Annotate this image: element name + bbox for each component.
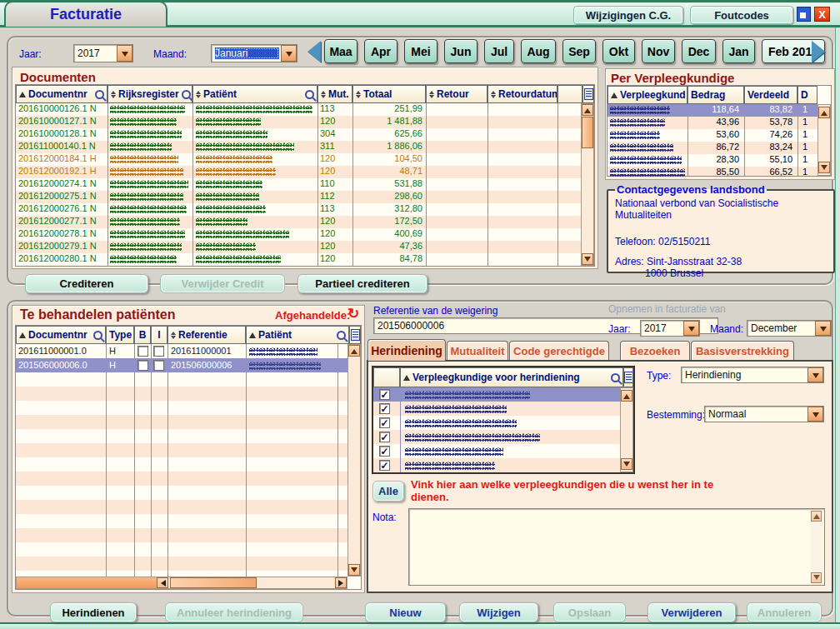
month-button-maa[interactable]: Maa (324, 39, 358, 63)
search-icon[interactable] (305, 90, 314, 99)
list-item[interactable] (373, 430, 620, 444)
scroll-down-icon[interactable] (818, 162, 830, 173)
table-row[interactable]: 201612000280.1 N12084,78 (16, 253, 581, 266)
verpleegkundige-checkbox[interactable] (379, 417, 390, 428)
dropdown-arrow-icon[interactable] (808, 367, 823, 382)
foutcodes-button[interactable]: Foutcodes (690, 6, 793, 24)
table-row[interactable]: 201612000276.1 N113312,80 (16, 203, 581, 216)
refresh-icon[interactable]: ↻ (348, 307, 359, 321)
col-header-rijksregister[interactable]: Rijksregister (108, 85, 192, 103)
month-button-dec[interactable]: Dec (682, 39, 716, 63)
list-item-selected[interactable] (373, 387, 620, 402)
dropdown-arrow-icon[interactable] (117, 45, 132, 62)
table-row-selected[interactable]: 201506000006.0 H 201506000006 (16, 358, 348, 372)
month-nav-prev-icon[interactable] (308, 41, 321, 62)
checkbox-i[interactable] (153, 346, 164, 357)
tab-code-gerechtigde[interactable]: Code gerechtigde (509, 341, 609, 361)
scroll-down-icon[interactable] (348, 564, 360, 576)
checkbox-b[interactable] (138, 346, 148, 357)
table-row[interactable]: 28,3055,101 (608, 154, 818, 167)
te-behandelen-vscrollbar[interactable] (348, 344, 361, 577)
te-behandelen-hscrollbar[interactable] (16, 577, 348, 589)
tab-basisverstrekking[interactable]: Basisverstrekking (691, 341, 794, 361)
maand-dropdown[interactable]: Januari (211, 44, 298, 62)
table-row[interactable]: 53,6074,261 (608, 129, 818, 142)
herindienen-button[interactable]: Herindienen (50, 602, 137, 622)
month-button-mei[interactable]: Mei (404, 39, 438, 63)
scroll-right-icon[interactable] (335, 577, 347, 588)
scroll-thumb[interactable] (582, 117, 593, 148)
col-header-d[interactable]: D (798, 86, 818, 104)
table-row[interactable]: 86,7283,241 (608, 142, 818, 154)
col-header-mut[interactable]: Mut. (318, 85, 352, 103)
checkbox-b[interactable] (138, 360, 148, 371)
list-item[interactable] (373, 458, 620, 472)
search-icon[interactable] (611, 373, 620, 382)
col-header-totaal[interactable]: Totaal (352, 85, 426, 103)
table-row[interactable]: 201612000192.1 H12048,71 (16, 166, 581, 178)
table-row[interactable]: 201610000126.1 N113251,99 (16, 103, 581, 116)
col-header-copy[interactable] (623, 367, 633, 387)
nieuw-button[interactable]: Nieuw (365, 602, 446, 622)
opnemen-maand-dropdown[interactable]: December (747, 320, 832, 337)
col-header-type[interactable]: Type (106, 326, 134, 344)
type-dropdown[interactable]: Herindiening (681, 367, 824, 383)
bestemming-dropdown[interactable]: Normaal (704, 406, 824, 422)
alle-button[interactable]: Alle (372, 481, 404, 502)
col-header-retourdatum[interactable]: Retourdatum (488, 85, 558, 103)
scroll-up-icon[interactable] (348, 345, 360, 357)
table-row[interactable]: 201610000127.1 N1201 481,88 (16, 116, 581, 128)
table-row[interactable]: 201612000275.1 N112298,60 (16, 191, 581, 203)
scroll-down-icon[interactable] (582, 253, 593, 265)
scroll-left-icon[interactable] (157, 577, 168, 588)
close-button[interactable]: X (814, 7, 830, 22)
table-row[interactable]: 201612000274.1 N110531,88 (16, 178, 581, 191)
col-header-copy[interactable] (349, 326, 361, 344)
nota-textarea[interactable] (408, 508, 825, 586)
per-verpleegkundige-scrollbar[interactable] (818, 104, 831, 176)
jaar-dropdown[interactable]: 2017 (73, 44, 133, 62)
verpleegkundige-checkbox[interactable] (379, 432, 390, 442)
table-row[interactable]: 201611000001.0 H 201611000001 (16, 344, 348, 358)
search-icon[interactable] (95, 90, 104, 99)
month-nav-next-icon[interactable] (812, 41, 825, 62)
table-row[interactable]: 201612000278.1 N120400,69 (16, 228, 581, 241)
col-header-documentnr[interactable]: Documentnr (16, 326, 106, 344)
scroll-down-icon[interactable] (811, 572, 822, 583)
col-header-i[interactable]: I (151, 326, 168, 344)
col-header-patient[interactable]: Patiënt (246, 326, 349, 344)
month-button-aug[interactable]: Aug (521, 39, 556, 63)
scroll-up-icon[interactable] (582, 104, 593, 116)
col-header-verpleegkundige[interactable]: Verpleegkund (608, 86, 688, 104)
wijzigen-button[interactable]: Wijzigen (459, 602, 538, 622)
verpleegkundige-checkbox[interactable] (379, 403, 390, 414)
scroll-up-icon[interactable] (818, 107, 830, 118)
verpleegkundige-checkbox[interactable] (379, 446, 390, 457)
col-header-documentnr[interactable]: Documentnr (16, 85, 108, 103)
table-row[interactable]: 201612000184.1 H120104,50 (16, 153, 581, 166)
verwijderen-button[interactable]: Verwijderen (648, 602, 736, 622)
dropdown-arrow-icon[interactable] (281, 45, 297, 62)
scroll-down-icon[interactable] (621, 458, 632, 470)
col-header-retour[interactable]: Retour (426, 85, 488, 103)
month-button-jun[interactable]: Jun (444, 39, 478, 63)
col-header-bedrag[interactable]: Bedrag (688, 86, 744, 104)
col-header-referentie[interactable]: Referentie (168, 326, 246, 344)
col-header-verdeeld[interactable]: Verdeeld (744, 86, 798, 104)
tab-bezoeken[interactable]: Bezoeken (620, 341, 690, 361)
scroll-up-icon[interactable] (811, 511, 822, 522)
scroll-thumb[interactable] (170, 577, 257, 588)
month-button-jul[interactable]: Jul (484, 39, 514, 63)
table-row[interactable]: 201610000128.1 N304625,66 (16, 128, 581, 141)
crediteren-button[interactable]: Crediteren (25, 274, 148, 293)
documenten-scrollbar[interactable] (581, 103, 594, 266)
search-icon[interactable] (93, 331, 102, 340)
verpleegkundige-checkbox[interactable] (379, 460, 390, 471)
search-icon[interactable] (337, 331, 346, 340)
table-row[interactable]: 43,9653,781 (608, 117, 818, 129)
col-header-verpleegkundige-herindiening[interactable]: Verpleegkundige voor herindiening (400, 367, 623, 387)
dropdown-arrow-icon[interactable] (815, 321, 831, 336)
tab-mutualiteit[interactable]: Mutualiteit (447, 341, 508, 361)
checkbox-i[interactable] (153, 360, 164, 371)
partieel-crediteren-button[interactable]: Partieel crediteren (298, 274, 428, 293)
